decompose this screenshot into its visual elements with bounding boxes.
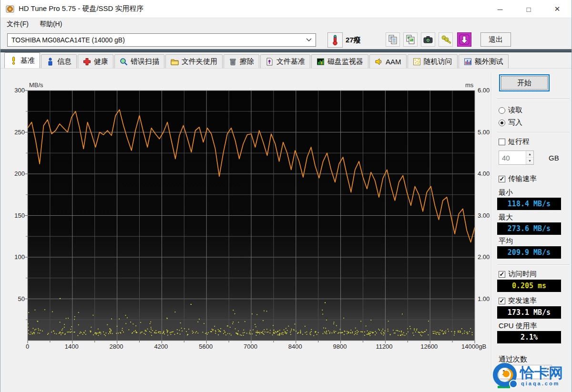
x-axis-tick: 8400	[288, 343, 302, 350]
erase-icon	[229, 58, 237, 66]
min-value: 118.4 MB/s	[497, 198, 561, 210]
spin-down-icon[interactable]: ▼	[526, 158, 533, 164]
size-unit-label: GB	[549, 154, 559, 162]
copy-text-button[interactable]	[386, 32, 400, 47]
avg-label: 平均	[499, 237, 513, 246]
watermark-site-name: 恰卡网	[520, 363, 563, 383]
tab-random-access[interactable]: 随机访问	[408, 54, 458, 68]
drive-selector[interactable]: TOSHIBA MG08ACA14TE (14000 gB)	[7, 33, 316, 47]
short-stroke-size-spinner[interactable]: 40 ▲ ▼	[499, 151, 534, 165]
tab-extra-tests[interactable]: 额外测试	[459, 54, 509, 68]
x-axis-tick: 4200	[154, 343, 168, 350]
short-stroke-checkbox-box	[499, 139, 505, 145]
folder-usage-icon	[171, 58, 179, 66]
right-axis-tick: 1.00	[478, 295, 497, 302]
read-radio[interactable]: 读取	[499, 106, 522, 115]
error-scan-icon	[120, 58, 128, 66]
x-axis-tick: 5600	[199, 343, 213, 350]
temperature-value: 27癈	[346, 36, 361, 45]
short-stroke-checkbox[interactable]: 短行程	[499, 137, 530, 146]
file-benchmark-icon	[266, 58, 274, 66]
right-axis-tick: 4.00	[478, 170, 497, 177]
temperature-button[interactable]	[327, 32, 343, 48]
tab-label: 基准	[20, 56, 35, 65]
tab-file-benchmark[interactable]: 文件基准	[260, 54, 310, 68]
x-axis-tick: 7000	[244, 343, 257, 350]
screenshot-button[interactable]	[421, 32, 435, 47]
copy-text-icon	[388, 34, 398, 45]
tab-label: 信息	[57, 57, 72, 66]
right-axis-tick: 6.00	[478, 87, 497, 94]
tab-disk-monitor[interactable]: 磁盘监视器	[311, 54, 368, 68]
app-window: HD Tune Pro 5.75 - 硬盘/SSD 实用程序 ─ □ ✕ 文件(…	[0, 0, 572, 392]
tab-error-scan[interactable]: 错误扫描	[114, 54, 164, 68]
tab-label: 磁盘监视器	[327, 57, 363, 66]
right-axis-tick: 5.00	[478, 129, 497, 136]
start-button[interactable]: 开始	[499, 74, 550, 91]
tab-label: 文件基准	[276, 57, 305, 66]
left-axis-tick: 100	[6, 253, 25, 261]
left-axis-tick: 200	[6, 170, 25, 177]
toolbar: TOSHIBA MG08ACA14TE (14000 gB) 27癈 退出	[0, 30, 572, 49]
chevron-down-icon	[306, 38, 312, 42]
screenshot-icon	[423, 34, 433, 45]
close-button[interactable]: ✕	[543, 0, 572, 18]
control-panel: 开始 读取 写入 短行程 40 ▲ ▼ GB ✓ 传输速率 最小	[496, 70, 572, 392]
left-axis-tick: 300	[6, 87, 25, 94]
info-icon	[46, 58, 54, 66]
exit-button[interactable]: 退出	[480, 32, 511, 47]
keys-button[interactable]	[439, 32, 453, 47]
menu-help[interactable]: 帮助(H)	[35, 19, 67, 30]
x-axis-tick: 12600	[420, 343, 438, 350]
read-radio-circle	[499, 107, 505, 114]
access-time-checkbox[interactable]: ✓ 访问时间	[499, 270, 537, 279]
burst-rate-checkbox-box: ✓	[499, 298, 505, 304]
min-label: 最小	[499, 188, 513, 197]
tab-strip: 基准信息健康错误扫描文件夹使用擦除文件基准磁盘监视器AAM随机访问额外测试	[0, 52, 572, 69]
tab-info[interactable]: 信息	[41, 54, 77, 68]
extra-tests-icon	[464, 58, 472, 66]
aam-icon	[375, 58, 383, 66]
drive-selector-value: TOSHIBA MG08ACA14TE (14000 gB)	[11, 36, 125, 44]
left-axis-tick: 50	[6, 295, 25, 302]
tab-label: 文件夹使用	[182, 57, 217, 66]
random-access-icon	[413, 58, 421, 66]
tab-health[interactable]: 健康	[78, 54, 113, 68]
title-bar: HD Tune Pro 5.75 - 硬盘/SSD 实用程序 ─ □ ✕	[0, 0, 572, 18]
keys-icon	[440, 34, 451, 45]
menu-file[interactable]: 文件(F)	[2, 19, 33, 30]
left-axis-tick: 150	[6, 212, 25, 219]
x-axis-tick: 9800	[333, 343, 347, 350]
copy-image-button[interactable]	[403, 32, 418, 47]
x-axis-tick: 11200	[376, 343, 392, 350]
access-time-scatter	[28, 298, 472, 336]
x-axis-tick: 1400	[65, 343, 79, 350]
cpu-usage-label: CPU 使用率	[499, 322, 537, 331]
right-axis-unit: ms	[465, 81, 473, 89]
minimize-button[interactable]: ─	[486, 0, 514, 18]
spin-up-icon[interactable]: ▲	[526, 151, 533, 158]
update-icon	[459, 34, 470, 45]
x-axis-tick: 2800	[110, 343, 123, 350]
burst-rate-checkbox[interactable]: ✓ 突发速率	[499, 296, 537, 305]
health-icon	[83, 58, 91, 66]
tab-label: 健康	[94, 57, 108, 66]
cpu-usage-value: 2.1%	[497, 331, 561, 343]
watermark-logo-icon	[492, 362, 519, 390]
tab-folder-usage[interactable]: 文件夹使用	[165, 54, 223, 68]
copy-image-icon	[405, 34, 416, 45]
left-axis-tick: 250	[6, 129, 25, 136]
update-button[interactable]	[457, 32, 471, 47]
panel-splitter[interactable]	[491, 72, 492, 376]
thermometer-icon	[331, 34, 339, 46]
transfer-rate-checkbox-box: ✓	[499, 176, 505, 182]
maximize-button[interactable]: □	[514, 0, 543, 18]
tab-benchmark[interactable]: 基准	[4, 52, 40, 68]
max-value: 273.6 MB/s	[497, 222, 561, 235]
tab-label: 随机访问	[424, 57, 452, 66]
transfer-rate-checkbox[interactable]: ✓ 传输速率	[499, 174, 537, 183]
tab-erase[interactable]: 擦除	[224, 54, 259, 68]
right-axis-tick: 2.00	[478, 253, 497, 261]
tab-aam[interactable]: AAM	[369, 54, 407, 68]
write-radio[interactable]: 写入	[499, 118, 522, 127]
